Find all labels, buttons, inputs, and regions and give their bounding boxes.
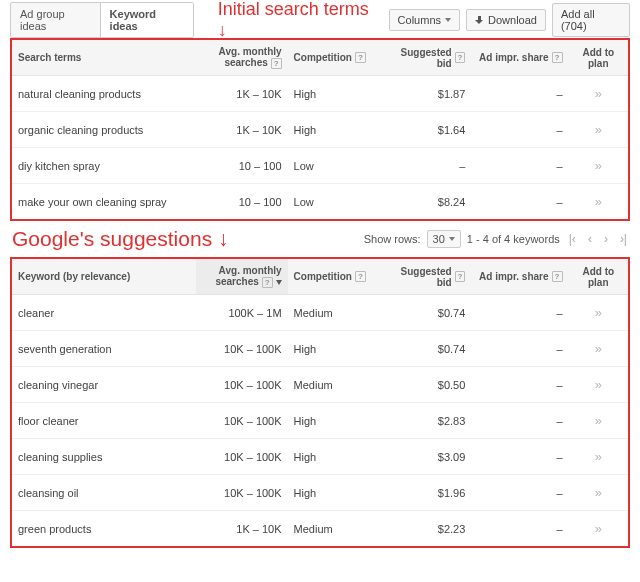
cell-share: –	[471, 184, 568, 220]
cell-bid: $0.50	[379, 367, 471, 403]
col-competition[interactable]: Competition?	[288, 259, 380, 295]
table-row: cleansing oil10K – 100KHigh$1.96–»	[12, 475, 628, 511]
cell-volume: 10K – 100K	[196, 403, 288, 439]
cell-term: organic cleaning products	[12, 112, 196, 148]
cell-competition: High	[288, 475, 380, 511]
add-to-plan-button[interactable]: »	[569, 511, 628, 547]
cell-share: –	[471, 475, 568, 511]
cell-volume: 10 – 100	[196, 184, 288, 220]
chevron-right-icon: »	[595, 449, 602, 464]
chevron-right-icon: »	[595, 413, 602, 428]
cell-term: cleansing oil	[12, 475, 196, 511]
table-row: organic cleaning products1K – 10KHigh$1.…	[12, 112, 628, 148]
pager-prev[interactable]: ‹	[585, 232, 595, 246]
col-keyword[interactable]: Keyword (by relevance)	[12, 259, 196, 295]
cell-volume: 10K – 100K	[196, 439, 288, 475]
cell-term: cleaner	[12, 295, 196, 331]
chevron-right-icon: »	[595, 305, 602, 320]
add-to-plan-button[interactable]: »	[569, 439, 628, 475]
help-icon[interactable]: ?	[262, 277, 273, 288]
table-row: natural cleaning products1K – 10KHigh$1.…	[12, 76, 628, 112]
col-bid[interactable]: Suggested bid?	[379, 40, 471, 76]
cell-term: diy kitchen spray	[12, 148, 196, 184]
col-share[interactable]: Ad impr. share?	[471, 259, 568, 295]
cell-competition: High	[288, 439, 380, 475]
pager-last[interactable]: ›|	[617, 232, 630, 246]
help-icon[interactable]: ?	[455, 52, 466, 63]
chevron-right-icon: »	[595, 158, 602, 173]
cell-competition: High	[288, 331, 380, 367]
table-row: diy kitchen spray10 – 100Low––»	[12, 148, 628, 184]
columns-label: Columns	[398, 14, 441, 26]
add-to-plan-button[interactable]: »	[569, 367, 628, 403]
cell-volume: 100K – 1M	[196, 295, 288, 331]
download-button[interactable]: Download	[466, 9, 546, 31]
table-row: cleaner100K – 1MMedium$0.74–»	[12, 295, 628, 331]
chevron-right-icon: »	[595, 485, 602, 500]
cell-volume: 10K – 100K	[196, 475, 288, 511]
cell-bid: $0.74	[379, 331, 471, 367]
pager-first[interactable]: |‹	[566, 232, 579, 246]
cell-share: –	[471, 511, 568, 547]
cell-share: –	[471, 295, 568, 331]
help-icon[interactable]: ?	[552, 271, 563, 282]
tab-ad-group-ideas[interactable]: Ad group ideas	[11, 3, 101, 37]
pager: Show rows: 30 1 - 4 of 4 keywords |‹ ‹ ›…	[364, 230, 630, 248]
suggestions-table: Keyword (by relevance) Avg. monthlysearc…	[12, 259, 628, 546]
add-to-plan-button[interactable]: »	[569, 148, 628, 184]
initial-search-terms-box: Search terms Avg. monthlysearches ? Comp…	[10, 38, 630, 221]
cell-share: –	[471, 367, 568, 403]
chevron-right-icon: »	[595, 122, 602, 137]
pager-range: 1 - 4 of 4 keywords	[467, 233, 560, 245]
cell-share: –	[471, 112, 568, 148]
cell-share: –	[471, 403, 568, 439]
cell-volume: 10K – 100K	[196, 367, 288, 403]
table-row: make your own cleaning spray10 – 100Low$…	[12, 184, 628, 220]
col-search-terms[interactable]: Search terms	[12, 40, 196, 76]
table-row: cleaning vinegar10K – 100KMedium$0.50–»	[12, 367, 628, 403]
cell-term: make your own cleaning spray	[12, 184, 196, 220]
cell-term: seventh generation	[12, 331, 196, 367]
cell-bid: $1.64	[379, 112, 471, 148]
ideas-tabs: Ad group ideas Keyword ideas	[10, 2, 194, 38]
cell-volume: 1K – 10K	[196, 511, 288, 547]
cell-competition: Medium	[288, 295, 380, 331]
help-icon[interactable]: ?	[271, 58, 282, 69]
download-icon	[475, 16, 484, 25]
col-bid[interactable]: Suggested bid?	[379, 259, 471, 295]
help-icon[interactable]: ?	[355, 271, 366, 282]
download-label: Download	[488, 14, 537, 26]
tab-keyword-ideas[interactable]: Keyword ideas	[101, 3, 193, 37]
cell-share: –	[471, 76, 568, 112]
table-row: green products1K – 10KMedium$2.23–»	[12, 511, 628, 547]
add-to-plan-button[interactable]: »	[569, 331, 628, 367]
add-to-plan-button[interactable]: »	[569, 403, 628, 439]
col-competition[interactable]: Competition?	[288, 40, 380, 76]
col-share[interactable]: Ad impr. share?	[471, 40, 568, 76]
sort-desc-icon	[276, 280, 282, 285]
cell-competition: High	[288, 76, 380, 112]
cell-volume: 1K – 10K	[196, 76, 288, 112]
help-icon[interactable]: ?	[455, 271, 466, 282]
add-to-plan-button[interactable]: »	[569, 184, 628, 220]
cell-bid: –	[379, 148, 471, 184]
col-volume-sorted[interactable]: Avg. monthlysearches ?	[196, 259, 288, 295]
add-to-plan-button[interactable]: »	[569, 112, 628, 148]
add-to-plan-button[interactable]: »	[569, 475, 628, 511]
cell-term: cleaning vinegar	[12, 367, 196, 403]
cell-volume: 1K – 10K	[196, 112, 288, 148]
show-rows-label: Show rows:	[364, 233, 421, 245]
col-volume[interactable]: Avg. monthlysearches ?	[196, 40, 288, 76]
help-icon[interactable]: ?	[552, 52, 563, 63]
cell-bid: $8.24	[379, 184, 471, 220]
columns-button[interactable]: Columns	[389, 9, 460, 31]
chevron-right-icon: »	[595, 377, 602, 392]
add-to-plan-button[interactable]: »	[569, 295, 628, 331]
add-to-plan-button[interactable]: »	[569, 76, 628, 112]
help-icon[interactable]: ?	[355, 52, 366, 63]
pager-next[interactable]: ›	[601, 232, 611, 246]
rows-select[interactable]: 30	[427, 230, 461, 248]
cell-competition: Low	[288, 148, 380, 184]
add-all-button[interactable]: Add all (704)	[552, 3, 630, 37]
cell-volume: 10 – 100	[196, 148, 288, 184]
